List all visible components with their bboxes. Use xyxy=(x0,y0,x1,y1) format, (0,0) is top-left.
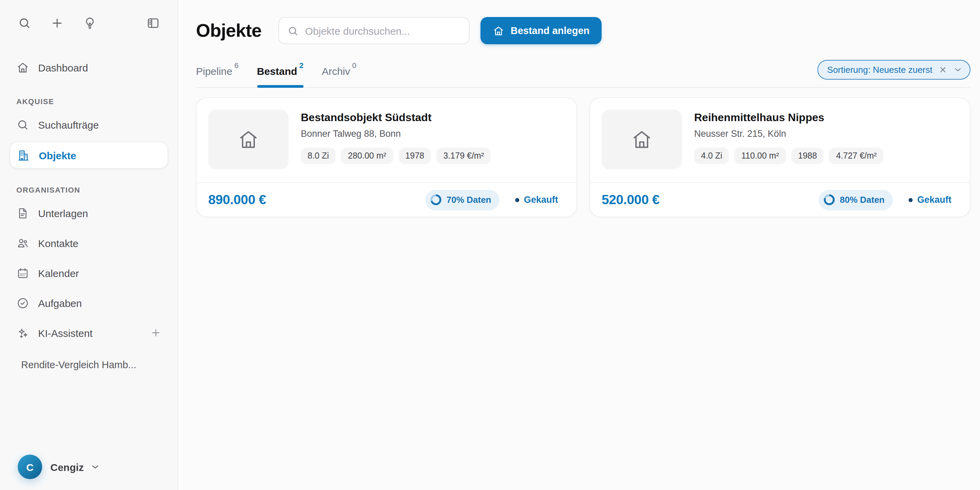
user-menu[interactable]: C Cengiz xyxy=(18,455,168,479)
sort-filter-pill[interactable]: Sortierung: Neueste zuerst xyxy=(818,60,970,80)
property-price: 520.000 € xyxy=(601,192,659,208)
sidebar-item-recent-chat[interactable]: Rendite-Vergleich Hamb... xyxy=(10,354,168,375)
card-footer: 890.000 € 70% Daten Gekauft xyxy=(197,182,576,216)
sort-label: Sortierung: Neueste zuerst xyxy=(827,65,932,75)
sidebar-item-label: Dashboard xyxy=(38,62,88,73)
sidebar-item-aufgaben[interactable]: Aufgaben xyxy=(10,290,168,316)
avatar: C xyxy=(18,455,42,479)
sidebar-item-kalender[interactable]: Kalender xyxy=(10,260,168,286)
sidebar-item-kontakte[interactable]: Kontakte xyxy=(10,230,168,256)
house-icon xyxy=(630,128,653,151)
property-thumbnail xyxy=(208,110,288,169)
check-circle-icon xyxy=(16,296,29,309)
property-title: Reihenmittelhaus Nippes xyxy=(694,111,883,124)
object-search[interactable] xyxy=(279,17,470,44)
calendar-icon xyxy=(16,266,29,279)
tab-pipeline[interactable]: Pipeline6 xyxy=(196,64,239,87)
search-icon xyxy=(288,25,299,37)
progress-ring-icon xyxy=(824,194,835,205)
tab-archiv[interactable]: Archiv0 xyxy=(322,64,356,87)
property-thumbnail xyxy=(601,110,682,169)
data-completeness-badge: 70% Daten xyxy=(425,189,500,210)
page-header: Objekte Bestand anlegen xyxy=(196,17,970,44)
attribute-chip: 1988 xyxy=(791,148,824,164)
search-icon[interactable] xyxy=(18,16,31,30)
document-icon xyxy=(16,207,29,220)
status-badge: Gekauft xyxy=(515,195,558,205)
users-icon xyxy=(16,237,29,250)
section-label-akquise: AKQUISE xyxy=(16,97,161,105)
card-body: Bestandsobjekt Südstadt Bonner Talweg 88… xyxy=(197,98,576,182)
search-input[interactable] xyxy=(305,25,461,37)
chevron-down-icon xyxy=(91,462,100,472)
building-icon xyxy=(17,149,30,162)
object-card[interactable]: Reihenmittelhaus Nippes Neusser Str. 215… xyxy=(589,97,970,217)
main-content: Objekte Bestand anlegen Pipeline6 xyxy=(179,0,980,490)
sidebar-toolbar xyxy=(0,0,178,30)
tab-bestand[interactable]: Bestand2 xyxy=(257,64,304,87)
tab-count: 2 xyxy=(299,61,303,69)
object-card[interactable]: Bestandsobjekt Südstadt Bonner Talweg 88… xyxy=(196,97,577,217)
tab-label: Archiv xyxy=(322,65,350,77)
sidebar-item-ki-assistent[interactable]: KI-Assistent xyxy=(10,320,168,346)
attribute-chip: 110.00 m² xyxy=(735,148,786,164)
attribute-chip: 1978 xyxy=(398,148,431,164)
chevron-down-icon[interactable] xyxy=(953,65,962,74)
user-name: Cengiz xyxy=(50,461,84,473)
page-title: Objekte xyxy=(196,20,262,41)
status-label: Gekauft xyxy=(524,195,558,205)
property-address: Bonner Talweg 88, Bonn xyxy=(301,129,491,139)
house-icon xyxy=(237,128,260,151)
section-label-organisation: ORGANISATION xyxy=(16,186,161,194)
tabs-row: Pipeline6 Bestand2 Archiv0 Sortierung: N… xyxy=(196,60,970,88)
property-address: Neusser Str. 215, Köln xyxy=(694,129,883,139)
status-label: Gekauft xyxy=(917,195,951,205)
sparkles-icon xyxy=(16,326,29,339)
property-attributes: 4.0 Zi 110.00 m² 1988 4.727 €/m² xyxy=(694,148,883,164)
tab-count: 0 xyxy=(352,61,356,69)
new-chat-plus-icon[interactable] xyxy=(150,327,161,338)
property-price: 890.000 € xyxy=(208,192,266,208)
close-icon[interactable] xyxy=(939,65,947,74)
lightbulb-icon[interactable] xyxy=(83,16,97,30)
data-completeness-badge: 80% Daten xyxy=(819,189,893,210)
create-bestand-label: Bestand anlegen xyxy=(511,25,590,36)
property-title: Bestandsobjekt Südstadt xyxy=(301,111,491,124)
object-card-list: Bestandsobjekt Südstadt Bonner Talweg 88… xyxy=(196,97,970,217)
card-info: Bestandsobjekt Südstadt Bonner Talweg 88… xyxy=(301,110,491,182)
status-dot-icon xyxy=(908,198,912,202)
tab-label: Bestand xyxy=(257,65,297,77)
app-window: Dashboard AKQUISE Suchaufträge Objekte O… xyxy=(0,0,980,490)
card-body: Reihenmittelhaus Nippes Neusser Str. 215… xyxy=(590,98,970,182)
data-completeness-label: 70% Daten xyxy=(447,195,492,205)
sidebar-item-dashboard[interactable]: Dashboard xyxy=(10,54,168,80)
sidebar-item-label: KI-Assistent xyxy=(38,327,92,339)
sidebar-item-label: Kalender xyxy=(38,267,79,279)
sidebar-item-label: Suchaufträge xyxy=(38,119,99,130)
search-icon xyxy=(16,118,29,131)
home-icon xyxy=(16,61,29,74)
sidebar-item-suchauftraege[interactable]: Suchaufträge xyxy=(10,111,168,137)
status-badge: Gekauft xyxy=(908,195,951,205)
sidebar-item-label: Aufgaben xyxy=(38,297,82,309)
sidebar: Dashboard AKQUISE Suchaufträge Objekte O… xyxy=(0,0,178,490)
tab-count: 6 xyxy=(234,61,239,69)
card-info: Reihenmittelhaus Nippes Neusser Str. 215… xyxy=(694,110,883,182)
house-icon xyxy=(493,25,504,37)
create-bestand-button[interactable]: Bestand anlegen xyxy=(481,17,602,44)
status-dot-icon xyxy=(515,198,519,202)
sidebar-item-unterlagen[interactable]: Unterlagen xyxy=(10,200,168,226)
plus-icon[interactable] xyxy=(50,16,64,30)
tabs: Pipeline6 Bestand2 Archiv0 xyxy=(196,64,356,87)
sidebar-item-label: Objekte xyxy=(39,150,76,161)
sidebar-item-objekte[interactable]: Objekte xyxy=(10,142,168,169)
attribute-chip: 4.727 €/m² xyxy=(829,148,884,164)
sidebar-item-label: Unterlagen xyxy=(38,207,88,219)
attribute-chip: 8.0 Zi xyxy=(301,148,336,164)
data-completeness-label: 80% Daten xyxy=(840,195,885,205)
attribute-chip: 3.179 €/m² xyxy=(437,148,491,164)
sidebar-item-label: Kontakte xyxy=(38,237,78,249)
tab-label: Pipeline xyxy=(196,65,232,77)
progress-ring-icon xyxy=(430,194,442,205)
panel-left-icon[interactable] xyxy=(146,16,160,30)
